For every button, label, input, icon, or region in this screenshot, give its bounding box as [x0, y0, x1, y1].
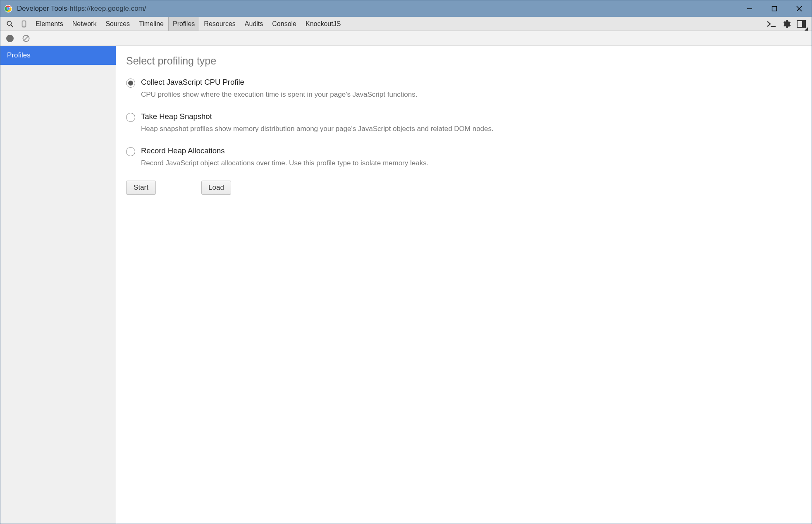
window-title-url: https://keep.google.com/ — [69, 5, 146, 13]
window-close-button[interactable] — [787, 0, 812, 17]
window-minimize-button[interactable] — [737, 0, 762, 17]
dock-side-icon[interactable] — [796, 19, 807, 29]
tab-profiles[interactable]: Profiles — [168, 17, 199, 31]
svg-point-3 — [7, 8, 9, 9]
panel-heading: Select profiling type — [126, 55, 802, 67]
tab-resources[interactable]: Resources — [199, 17, 240, 31]
option-title: Take Heap Snapshot — [141, 112, 494, 121]
option-title: Collect JavaScript CPU Profile — [141, 78, 417, 87]
svg-line-17 — [24, 36, 29, 41]
show-drawer-icon[interactable] — [766, 19, 777, 29]
start-button[interactable]: Start — [126, 181, 156, 195]
tab-audits[interactable]: Audits — [240, 17, 267, 31]
option-description: Heap snapshot profiles show memory distr… — [141, 124, 494, 134]
option-heap-allocations[interactable]: Record Heap Allocations Record JavaScrip… — [126, 146, 802, 168]
settings-gear-icon[interactable] — [781, 19, 792, 29]
radio-icon[interactable] — [126, 147, 135, 156]
chrome-icon — [4, 4, 13, 13]
option-cpu-profile[interactable]: Collect JavaScript CPU Profile CPU profi… — [126, 78, 802, 100]
tab-network[interactable]: Network — [68, 17, 101, 31]
tab-timeline[interactable]: Timeline — [134, 17, 168, 31]
radio-icon[interactable] — [126, 79, 135, 88]
svg-rect-14 — [802, 21, 805, 27]
record-button-icon[interactable] — [6, 35, 14, 42]
radio-icon[interactable] — [126, 113, 135, 122]
profiles-content: Profiles Select profiling type Collect J… — [0, 46, 812, 524]
app-window: Developer Tools - https://keep.google.co… — [0, 0, 812, 524]
svg-line-9 — [11, 25, 13, 27]
clear-all-icon[interactable] — [22, 34, 30, 43]
option-title: Record Heap Allocations — [141, 146, 428, 155]
window-maximize-button[interactable] — [762, 0, 787, 17]
option-description: Record JavaScript object allocations ove… — [141, 159, 428, 168]
window-controls — [737, 0, 812, 17]
inspect-element-icon[interactable] — [3, 17, 17, 31]
tab-elements[interactable]: Elements — [31, 17, 68, 31]
profiles-sidebar: Profiles — [0, 46, 116, 524]
tab-knockoutjs[interactable]: KnockoutJS — [301, 17, 345, 31]
profiles-main-panel: Select profiling type Collect JavaScript… — [116, 46, 812, 524]
sidebar-item-label: Profiles — [7, 51, 31, 60]
sidebar-item-profiles[interactable]: Profiles — [0, 46, 116, 65]
svg-rect-5 — [772, 7, 777, 11]
devtools-tabbar: ElementsNetworkSourcesTimelineProfilesRe… — [0, 17, 812, 31]
tab-sources[interactable]: Sources — [101, 17, 134, 31]
svg-point-8 — [7, 21, 11, 25]
tab-console[interactable]: Console — [267, 17, 301, 31]
option-description: CPU profiles show where the execution ti… — [141, 90, 417, 100]
window-title-app: Developer Tools — [17, 5, 67, 13]
load-button[interactable]: Load — [201, 181, 231, 195]
device-mode-icon[interactable] — [17, 17, 31, 31]
option-heap-snapshot[interactable]: Take Heap Snapshot Heap snapshot profile… — [126, 112, 802, 134]
profiles-toolbar — [0, 31, 812, 46]
svg-marker-15 — [805, 27, 808, 31]
titlebar: Developer Tools - https://keep.google.co… — [0, 0, 812, 17]
